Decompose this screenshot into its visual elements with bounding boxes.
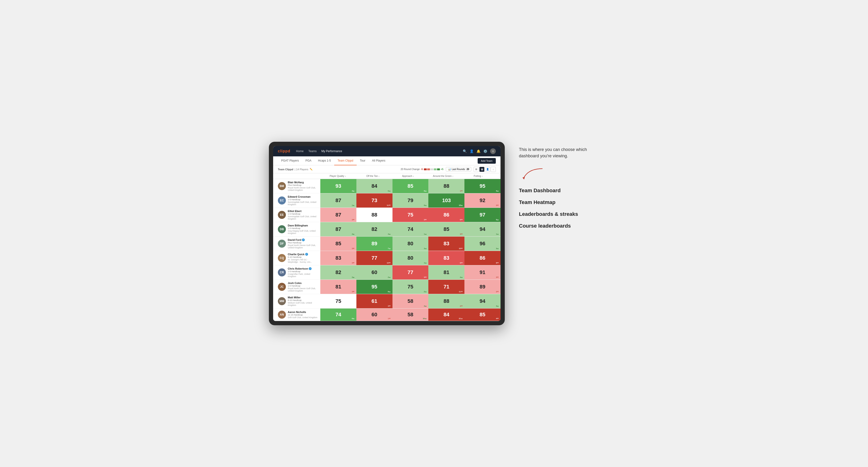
player-cell[interactable]: MMMatt Miller6-10 HandicapWoburn Golf Cl… — [273, 294, 320, 308]
score-cell-4: 854▼ — [464, 309, 500, 321]
score-delta: 6▲ — [388, 190, 391, 192]
last-rounds-button[interactable]: 📊 Last Rounds: 20 — [446, 167, 471, 172]
score-value: 80 — [408, 241, 413, 247]
score-value: 85 — [335, 241, 341, 247]
player-cell[interactable]: ECEdward Crossman1-5 HandicapSunningdale… — [273, 193, 320, 208]
col-player-quality[interactable]: Player Quality ↓ — [320, 175, 355, 177]
col-player — [273, 175, 320, 177]
player-avatar: CQ — [278, 254, 286, 262]
score-value: 89 — [371, 241, 377, 247]
edit-icon[interactable]: ✏️ — [310, 168, 312, 170]
player-info: Blair McHargPlus HandicapRoyal North Dev… — [288, 181, 317, 191]
player-cell[interactable]: CRChris Robertson✓1-5 HandicapCraigmilla… — [273, 266, 320, 280]
player-avatar: EE — [278, 211, 286, 219]
score-value: 58 — [408, 298, 413, 304]
score-delta: 7▲ — [388, 247, 391, 250]
tab-hcaps[interactable]: Hcaps 1-5 — [315, 156, 334, 165]
score-delta: 1▲ — [496, 233, 499, 235]
score-delta: 3▲ — [352, 276, 354, 278]
score-value: 88 — [444, 298, 450, 304]
option-leaderboards[interactable]: Leaderboards & streaks — [519, 211, 599, 217]
view-icons: ⊞ ▦ 👤 ↓ — [474, 167, 496, 172]
player-cell[interactable]: EEElliot Ebert1-5 HandicapSunningdale Go… — [273, 208, 320, 222]
score-value: 89 — [479, 284, 485, 290]
view-grid-button[interactable]: ⊞ — [474, 167, 479, 172]
score-delta: 10▲ — [423, 317, 427, 319]
sub-header-right: 20 Round Change -5 +5 📊 Last — [401, 167, 496, 172]
col-putting[interactable]: Putting ↓ — [461, 175, 496, 177]
col-off-tee[interactable]: Off the Tee ↓ — [355, 175, 391, 177]
player-cell[interactable]: DBDave Billingham1-5 HandicapGog Magog G… — [273, 222, 320, 236]
score-delta: 2▲ — [388, 276, 391, 278]
nav-link-myperformance[interactable]: My Performance — [321, 149, 342, 154]
player-info: Matt Miller6-10 HandicapWoburn Golf Club… — [288, 296, 317, 306]
score-value: 61 — [371, 298, 377, 304]
score-cell-3: 882▼ — [428, 294, 464, 308]
score-delta: 3▼ — [496, 204, 499, 206]
player-name: Chris Robertson✓ — [288, 267, 317, 270]
settings-icon[interactable]: ⚙️ — [483, 149, 487, 153]
score-cell-2: 803▲ — [393, 237, 429, 251]
col-around-green[interactable]: Around the Green ↓ — [426, 175, 461, 177]
option-team-heatmap[interactable]: Team Heatmap — [519, 199, 599, 206]
table-row: CQCharlie Quick✓6-10 HandicapSt. George'… — [273, 251, 500, 266]
score-delta: 3▼ — [388, 305, 391, 307]
score-delta: 14▼ — [387, 262, 391, 264]
score-cell-3: 8421▲ — [428, 309, 464, 321]
score-delta: 3▼ — [424, 219, 427, 221]
player-avatar: DF — [278, 240, 286, 248]
score-cell-1: 824▲ — [356, 222, 393, 236]
user-icon[interactable]: 👤 — [470, 149, 474, 153]
player-handicap: 1-5 Handicap — [288, 213, 317, 215]
player-club: Royal North Devon Golf Club, United King… — [288, 244, 317, 249]
table-row: EEElliot Ebert1-5 HandicapSunningdale Go… — [273, 208, 500, 222]
score-delta: 3▼ — [352, 290, 354, 293]
tab-pgat-players[interactable]: PGAT Players — [278, 156, 302, 165]
nav-icons: 🔍 👤 🔔 ⚙️ U — [463, 148, 496, 154]
add-team-button[interactable]: Add Team — [478, 158, 496, 164]
tab-team-clippd[interactable]: Team Clippd — [334, 156, 356, 165]
score-delta: 3▼ — [352, 219, 354, 221]
option-course-leaderboards[interactable]: Course leaderboards — [519, 223, 599, 229]
score-delta: 4▲ — [424, 305, 427, 307]
score-delta: 2▼ — [496, 290, 499, 293]
nav-link-home[interactable]: Home — [296, 149, 304, 154]
player-info: Josh Coles1-5 HandicapRoyal North Devon … — [288, 282, 317, 292]
sub-header-title: Team Clippd | 14 Players ✏️ — [278, 168, 312, 171]
player-club: St. George's Hill GC - Weybridge - Surre… — [288, 258, 317, 263]
player-handicap: 1-5 Handicap — [288, 270, 317, 273]
view-table-button[interactable]: ▦ — [479, 167, 485, 172]
tab-pga[interactable]: PGA — [302, 156, 315, 165]
score-value: 88 — [371, 212, 377, 218]
player-cell[interactable]: JCJosh Coles1-5 HandicapRoyal North Devo… — [273, 280, 320, 294]
player-cell[interactable]: DFDavid Ford✓Plus HandicapRoyal North De… — [273, 237, 320, 251]
player-cell[interactable]: CQCharlie Quick✓6-10 HandicapSt. George'… — [273, 251, 320, 265]
tab-tour[interactable]: Tour — [356, 156, 369, 165]
avatar[interactable]: U — [490, 148, 496, 154]
view-download-button[interactable]: ↓ — [491, 167, 496, 172]
col-approach[interactable]: Approach ↓ — [391, 175, 426, 177]
table-row: DBDave Billingham1-5 HandicapGog Magog G… — [273, 222, 500, 237]
view-chart-button[interactable]: 👤 — [485, 167, 490, 172]
score-value: 103 — [442, 197, 451, 204]
tab-all-players[interactable]: All Players — [369, 156, 389, 165]
verified-badge: ✓ — [302, 239, 305, 241]
score-delta: 2▼ — [460, 305, 463, 307]
sub-header: Team Clippd | 14 Players ✏️ 20 Round Cha… — [273, 165, 500, 173]
player-cell[interactable]: BMBlair McHargPlus HandicapRoyal North D… — [273, 179, 320, 193]
score-value: 77 — [371, 255, 377, 261]
option-team-dashboard[interactable]: Team Dashboard — [519, 187, 599, 194]
score-delta: 8▲ — [424, 190, 427, 192]
nav-link-teams[interactable]: Teams — [308, 149, 316, 154]
bell-icon[interactable]: 🔔 — [476, 149, 480, 153]
round-change-neg: -5 — [421, 168, 423, 170]
player-handicap: 1-5 Handicap — [288, 227, 317, 229]
player-avatar: MM — [278, 297, 286, 305]
player-avatar: CR — [278, 269, 286, 276]
search-icon[interactable]: 🔍 — [463, 149, 467, 153]
score-cell-1: 958▲ — [356, 280, 393, 294]
score-delta: 8▲ — [388, 290, 391, 293]
score-delta: 3▼ — [460, 233, 463, 235]
player-cell[interactable]: ANAaron Nicholls11-15 HandicapDrift Golf… — [273, 309, 320, 321]
player-handicap: 11-15 Handicap — [288, 314, 317, 316]
